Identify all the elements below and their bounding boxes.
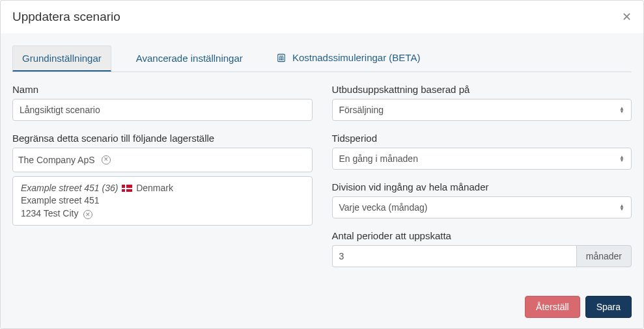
group-division: Division vid ingång av hela månader Varj… <box>332 181 632 218</box>
modal-body: Grundinställningar Avancerade inställnin… <box>1 33 643 287</box>
chevron-sort-icon: ▲▼ <box>619 155 624 162</box>
address-line-1: Example street 451 <box>21 194 304 207</box>
group-time-period: Tidsperiod En gång i månaden ▲▼ <box>332 133 632 170</box>
address-country: Denmark <box>136 183 173 193</box>
supply-select-value: Försäljning <box>339 105 384 115</box>
name-input[interactable] <box>12 99 313 121</box>
svg-point-4 <box>283 57 283 58</box>
supply-select[interactable]: Försäljning ▲▼ <box>332 99 632 121</box>
group-num-periods: Antal perioder att uppskatta månader <box>332 230 632 267</box>
svg-point-3 <box>281 57 281 58</box>
division-label: Division vid ingång av hela månader <box>332 181 632 192</box>
form-column-right: Utbudsuppskattning baserad på Försäljnin… <box>332 84 632 279</box>
tab-basic-settings[interactable]: Grundinställningar <box>12 46 111 72</box>
denmark-flag-icon <box>122 185 132 192</box>
division-select-value: Varje vecka (måndag) <box>339 202 428 213</box>
tab-advanced-settings[interactable]: Avancerade inställningar <box>127 46 252 72</box>
modal-header: Uppdatera scenario ✕ <box>1 1 643 33</box>
save-button[interactable]: Spara <box>585 296 632 318</box>
chevron-sort-icon: ▲▼ <box>619 204 624 211</box>
calculator-icon <box>277 53 286 64</box>
period-select[interactable]: En gång i månaden ▲▼ <box>332 148 632 170</box>
group-limit-warehouse: Begränsa detta scenario till följande la… <box>12 133 313 226</box>
svg-point-6 <box>281 59 281 60</box>
address-title: Example street 451 (36) <box>21 183 118 193</box>
tab-bar: Grundinställningar Avancerade inställnin… <box>12 45 632 72</box>
address-card: Example street 451 (36) Denmark Example … <box>12 176 313 226</box>
period-select-value: En gång i månaden <box>339 153 418 164</box>
form-grid: Namn Begränsa detta scenario till följan… <box>12 72 632 279</box>
modal-footer: Återställ Spara <box>1 287 643 328</box>
address-line-2-row: 1234 Test City ✕ <box>21 207 304 220</box>
close-icon[interactable]: ✕ <box>622 11 632 23</box>
limit-label: Begränsa detta scenario till följande la… <box>12 133 313 144</box>
name-label: Namn <box>12 84 313 95</box>
address-line-2: 1234 Test City <box>21 208 78 218</box>
svg-point-7 <box>283 59 283 60</box>
reset-button[interactable]: Återställ <box>525 296 580 318</box>
remove-company-tag-icon[interactable]: ✕ <box>102 155 111 164</box>
tab-label: Kostnadssimuleringar (BETA) <box>292 52 420 63</box>
group-name: Namn <box>12 84 313 121</box>
num-periods-unit: månader <box>576 245 632 267</box>
modal-title: Uppdatera scenario <box>12 10 120 24</box>
tab-label: Grundinställningar <box>22 53 102 64</box>
group-supply-estimate: Utbudsuppskattning baserad på Försäljnin… <box>332 84 632 121</box>
form-column-left: Namn Begränsa detta scenario till följan… <box>12 84 313 279</box>
num-periods-label: Antal perioder att uppskatta <box>332 230 632 241</box>
period-label: Tidsperiod <box>332 133 632 144</box>
svg-point-5 <box>279 59 280 60</box>
warehouse-tag-input[interactable]: The Company ApS ✕ <box>12 148 313 172</box>
num-periods-input[interactable] <box>332 245 576 267</box>
svg-point-2 <box>279 57 280 58</box>
company-tag-label: The Company ApS <box>18 155 95 165</box>
supply-label: Utbudsuppskattning baserad på <box>332 84 632 95</box>
remove-address-icon[interactable]: ✕ <box>83 210 92 219</box>
tab-label: Avancerade inställningar <box>136 53 243 64</box>
tab-cost-simulations[interactable]: Kostnadssimuleringar (BETA) <box>268 46 430 72</box>
chevron-sort-icon: ▲▼ <box>619 107 624 113</box>
modal: Uppdatera scenario ✕ Grundinställningar … <box>0 0 644 329</box>
division-select[interactable]: Varje vecka (måndag) ▲▼ <box>332 196 632 218</box>
address-title-line: Example street 451 (36) Denmark <box>21 182 304 195</box>
num-periods-input-group: månader <box>332 245 632 267</box>
